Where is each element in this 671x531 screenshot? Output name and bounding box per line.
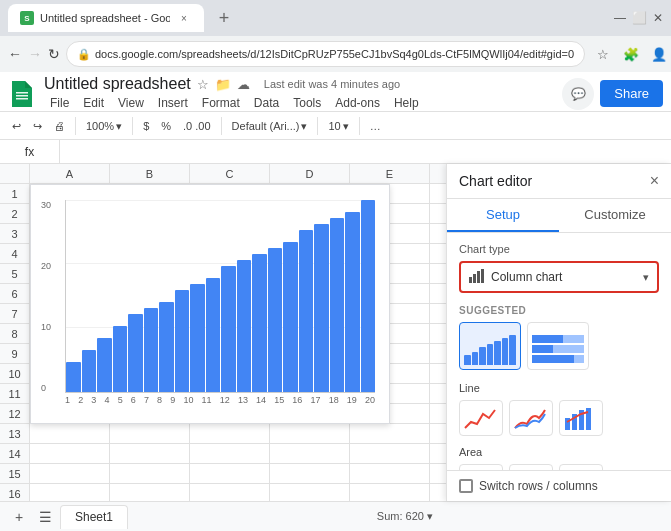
sheet-list-button[interactable]: ☰ [34,506,56,528]
format-dropdown[interactable]: Default (Ari...)▾ [228,114,312,138]
chart-type-icon [469,269,485,286]
font-size-dropdown[interactable]: 10▾ [324,114,352,138]
forward-button[interactable]: → [28,40,42,68]
cell-f2[interactable] [430,204,446,223]
cell-f6[interactable] [430,284,446,303]
chart-editor-close-button[interactable]: × [650,172,659,190]
menu-tools[interactable]: Tools [287,94,327,112]
thumb-column-chart[interactable] [459,322,521,370]
menu-addons[interactable]: Add-ons [329,94,386,112]
print-button[interactable]: 🖨 [50,114,69,138]
more-formats-button[interactable]: … [366,114,385,138]
cell-f5[interactable] [430,264,446,283]
chart-type-dropdown[interactable]: Column chart ▾ [459,261,659,293]
chart-editor-header: Chart editor × [447,164,671,199]
tab-customize[interactable]: Customize [559,199,671,232]
percent-button[interactable]: % [157,114,175,138]
cell-e15[interactable] [350,464,430,483]
chart-bar [206,278,221,392]
sheet-bottom-bar: + ☰ Sheet1 Sum: 620 ▾ [0,501,671,531]
cell-f9[interactable] [430,344,446,363]
cell-d16[interactable] [270,484,350,501]
cell-f11[interactable] [430,384,446,403]
cell-a15[interactable] [30,464,110,483]
cell-e16[interactable] [350,484,430,501]
cell-f3[interactable] [430,224,446,243]
cell-f15[interactable] [430,464,446,483]
spreadsheet-title[interactable]: Untitled spreadsheet [44,75,191,93]
cell-b14[interactable] [110,444,190,463]
undo-button[interactable]: ↩ [8,114,25,138]
menu-format[interactable]: Format [196,94,246,112]
minimize-button[interactable]: — [614,11,626,25]
col-header-f[interactable]: F [430,164,446,183]
thumb-stacked-bar-chart[interactable] [527,322,589,370]
new-tab-button[interactable]: + [210,4,238,32]
add-sheet-button[interactable]: + [8,506,30,528]
sheet-tab-sheet1[interactable]: Sheet1 [60,505,128,529]
tab-close-button[interactable]: × [176,10,192,26]
col-header-a[interactable]: A [30,164,110,183]
menu-help[interactable]: Help [388,94,425,112]
zoom-dropdown[interactable]: 100%▾ [82,114,126,138]
redo-button[interactable]: ↪ [29,114,46,138]
close-window-button[interactable]: ✕ [653,11,663,25]
cell-f14[interactable] [430,444,446,463]
refresh-button[interactable]: ↻ [48,40,60,68]
cell-f16[interactable] [430,484,446,501]
cell-b16[interactable] [110,484,190,501]
chart-bar [144,308,159,392]
account-button[interactable]: 👤 [647,42,671,66]
switch-rows-checkbox[interactable] [459,479,473,493]
cell-f7[interactable] [430,304,446,323]
address-bar[interactable]: 🔒 docs.google.com/spreadsheets/d/12IsDit… [66,41,585,67]
cell-b13[interactable] [110,424,190,443]
thumb-line-bar-combo[interactable] [559,400,603,436]
col-header-d[interactable]: D [270,164,350,183]
cell-reference-box[interactable]: fx [0,140,60,163]
back-button[interactable]: ← [8,40,22,68]
maximize-button[interactable]: ⬜ [632,11,647,25]
menu-data[interactable]: Data [248,94,285,112]
col-header-c[interactable]: C [190,164,270,183]
cell-c13[interactable] [190,424,270,443]
decimal-button[interactable]: .0 .00 [179,114,215,138]
col-header-e[interactable]: E [350,164,430,183]
cell-e14[interactable] [350,444,430,463]
cell-a16[interactable] [30,484,110,501]
move-icon[interactable]: 📁 [215,77,231,92]
cell-d13[interactable] [270,424,350,443]
chat-button[interactable]: 💬 [562,78,594,110]
thumb-line-basic[interactable] [459,400,503,436]
menu-insert[interactable]: Insert [152,94,194,112]
cell-b15[interactable] [110,464,190,483]
cell-f12[interactable] [430,404,446,423]
chart-bar [128,314,143,392]
share-button[interactable]: Share [600,80,663,107]
currency-button[interactable]: $ [139,114,153,138]
bookmark-button[interactable]: ☆ [591,42,615,66]
cell-d15[interactable] [270,464,350,483]
cell-c15[interactable] [190,464,270,483]
chart-container[interactable]: 30 20 10 0 12345678910111213141516171819… [30,184,390,424]
cell-c14[interactable] [190,444,270,463]
extension-icon[interactable]: 🧩 [619,42,643,66]
menu-file[interactable]: File [44,94,75,112]
cell-f13[interactable] [430,424,446,443]
cell-c16[interactable] [190,484,270,501]
cell-f4[interactable] [430,244,446,263]
browser-tab[interactable]: S Untitled spreadsheet - Google S... × [8,4,204,32]
cell-f8[interactable] [430,324,446,343]
tab-setup[interactable]: Setup [447,199,559,232]
menu-edit[interactable]: Edit [77,94,110,112]
cell-a14[interactable] [30,444,110,463]
cell-f10[interactable] [430,364,446,383]
thumb-line-smooth[interactable] [509,400,553,436]
cell-e13[interactable] [350,424,430,443]
col-header-b[interactable]: B [110,164,190,183]
cell-a13[interactable] [30,424,110,443]
star-icon[interactable]: ☆ [197,77,209,92]
menu-view[interactable]: View [112,94,150,112]
cell-d14[interactable] [270,444,350,463]
cell-f1[interactable] [430,184,446,203]
